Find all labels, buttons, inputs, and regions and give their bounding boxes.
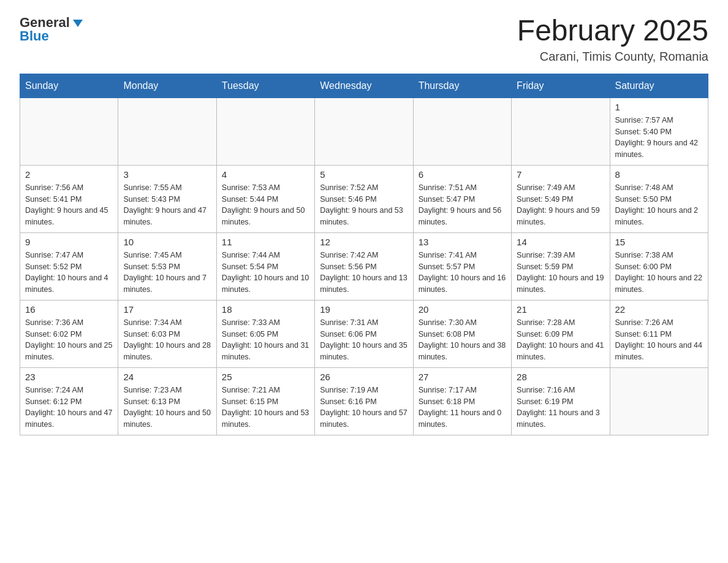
calendar-cell: 13Sunrise: 7:41 AM Sunset: 5:57 PM Dayli… <box>413 232 511 300</box>
calendar-cell <box>118 98 216 165</box>
day-info: Sunrise: 7:57 AM Sunset: 5:40 PM Dayligh… <box>615 115 703 161</box>
day-info: Sunrise: 7:31 AM Sunset: 6:06 PM Dayligh… <box>320 317 408 363</box>
day-number: 16 <box>25 304 113 315</box>
day-info: Sunrise: 7:48 AM Sunset: 5:50 PM Dayligh… <box>615 182 703 228</box>
calendar-cell <box>315 98 413 165</box>
calendar-cell: 2Sunrise: 7:56 AM Sunset: 5:41 PM Daylig… <box>20 165 118 232</box>
calendar-cell: 26Sunrise: 7:19 AM Sunset: 6:16 PM Dayli… <box>315 367 413 435</box>
calendar-table: SundayMondayTuesdayWednesdayThursdayFrid… <box>20 74 708 435</box>
day-info: Sunrise: 7:30 AM Sunset: 6:08 PM Dayligh… <box>419 317 506 363</box>
day-number: 12 <box>320 237 408 247</box>
calendar-cell: 6Sunrise: 7:51 AM Sunset: 5:47 PM Daylig… <box>413 165 511 232</box>
calendar-cell: 15Sunrise: 7:38 AM Sunset: 6:00 PM Dayli… <box>610 232 708 300</box>
calendar-cell <box>610 367 708 435</box>
day-number: 6 <box>419 169 506 180</box>
calendar-cell: 3Sunrise: 7:55 AM Sunset: 5:43 PM Daylig… <box>118 165 216 232</box>
day-number: 19 <box>320 304 408 315</box>
day-info: Sunrise: 7:24 AM Sunset: 6:12 PM Dayligh… <box>25 385 113 431</box>
day-number: 4 <box>222 169 309 180</box>
day-number: 10 <box>123 237 211 247</box>
weekday-header-thursday: Thursday <box>413 74 511 98</box>
weekday-header-friday: Friday <box>512 74 610 98</box>
weekday-header-sunday: Sunday <box>20 74 118 98</box>
day-number: 23 <box>25 372 113 382</box>
calendar-cell: 20Sunrise: 7:30 AM Sunset: 6:08 PM Dayli… <box>413 300 511 367</box>
day-number: 5 <box>320 169 408 180</box>
day-number: 1 <box>615 102 703 112</box>
calendar-cell <box>413 98 511 165</box>
day-info: Sunrise: 7:47 AM Sunset: 5:52 PM Dayligh… <box>25 250 113 296</box>
calendar-week-row: 16Sunrise: 7:36 AM Sunset: 6:02 PM Dayli… <box>20 300 708 367</box>
day-info: Sunrise: 7:34 AM Sunset: 6:03 PM Dayligh… <box>123 317 211 363</box>
day-info: Sunrise: 7:45 AM Sunset: 5:53 PM Dayligh… <box>123 250 211 296</box>
calendar-cell: 28Sunrise: 7:16 AM Sunset: 6:19 PM Dayli… <box>512 367 610 435</box>
calendar-cell: 17Sunrise: 7:34 AM Sunset: 6:03 PM Dayli… <box>118 300 216 367</box>
day-info: Sunrise: 7:39 AM Sunset: 5:59 PM Dayligh… <box>517 250 604 296</box>
calendar-cell: 24Sunrise: 7:23 AM Sunset: 6:13 PM Dayli… <box>118 367 216 435</box>
logo-arrow-icon <box>72 17 84 29</box>
day-number: 9 <box>25 237 113 247</box>
weekday-header-wednesday: Wednesday <box>315 74 413 98</box>
day-info: Sunrise: 7:21 AM Sunset: 6:15 PM Dayligh… <box>222 385 309 431</box>
location-title: Carani, Timis County, Romania <box>517 50 708 64</box>
calendar-cell: 7Sunrise: 7:49 AM Sunset: 5:49 PM Daylig… <box>512 165 610 232</box>
day-info: Sunrise: 7:36 AM Sunset: 6:02 PM Dayligh… <box>25 317 113 363</box>
day-info: Sunrise: 7:16 AM Sunset: 6:19 PM Dayligh… <box>517 385 604 431</box>
calendar-cell: 18Sunrise: 7:33 AM Sunset: 6:05 PM Dayli… <box>216 300 314 367</box>
day-info: Sunrise: 7:19 AM Sunset: 6:16 PM Dayligh… <box>320 385 408 431</box>
logo: General Blue <box>20 15 84 44</box>
calendar-cell: 14Sunrise: 7:39 AM Sunset: 5:59 PM Dayli… <box>512 232 610 300</box>
calendar-cell: 22Sunrise: 7:26 AM Sunset: 6:11 PM Dayli… <box>610 300 708 367</box>
day-info: Sunrise: 7:44 AM Sunset: 5:54 PM Dayligh… <box>222 250 309 296</box>
day-number: 11 <box>222 237 309 247</box>
calendar-week-row: 1Sunrise: 7:57 AM Sunset: 5:40 PM Daylig… <box>20 98 708 165</box>
weekday-header-monday: Monday <box>118 74 216 98</box>
calendar-cell: 19Sunrise: 7:31 AM Sunset: 6:06 PM Dayli… <box>315 300 413 367</box>
day-info: Sunrise: 7:33 AM Sunset: 6:05 PM Dayligh… <box>222 317 309 363</box>
calendar-cell: 9Sunrise: 7:47 AM Sunset: 5:52 PM Daylig… <box>20 232 118 300</box>
weekday-header-saturday: Saturday <box>610 74 708 98</box>
day-info: Sunrise: 7:49 AM Sunset: 5:49 PM Dayligh… <box>517 182 604 228</box>
day-number: 26 <box>320 372 408 382</box>
day-number: 15 <box>615 237 703 247</box>
svg-marker-0 <box>73 20 83 27</box>
day-number: 27 <box>419 372 506 382</box>
calendar-cell <box>512 98 610 165</box>
logo-blue: Blue <box>20 28 49 44</box>
calendar-cell: 12Sunrise: 7:42 AM Sunset: 5:56 PM Dayli… <box>315 232 413 300</box>
calendar-cell: 1Sunrise: 7:57 AM Sunset: 5:40 PM Daylig… <box>610 98 708 165</box>
calendar-week-row: 9Sunrise: 7:47 AM Sunset: 5:52 PM Daylig… <box>20 232 708 300</box>
weekday-header-tuesday: Tuesday <box>216 74 314 98</box>
calendar-cell: 10Sunrise: 7:45 AM Sunset: 5:53 PM Dayli… <box>118 232 216 300</box>
day-info: Sunrise: 7:38 AM Sunset: 6:00 PM Dayligh… <box>615 250 703 296</box>
day-info: Sunrise: 7:28 AM Sunset: 6:09 PM Dayligh… <box>517 317 604 363</box>
day-number: 14 <box>517 237 604 247</box>
calendar-cell: 25Sunrise: 7:21 AM Sunset: 6:15 PM Dayli… <box>216 367 314 435</box>
day-number: 17 <box>123 304 211 315</box>
calendar-cell: 11Sunrise: 7:44 AM Sunset: 5:54 PM Dayli… <box>216 232 314 300</box>
day-info: Sunrise: 7:23 AM Sunset: 6:13 PM Dayligh… <box>123 385 211 431</box>
calendar-cell: 5Sunrise: 7:52 AM Sunset: 5:46 PM Daylig… <box>315 165 413 232</box>
page-header: General Blue February 2025 Carani, Timis… <box>20 15 708 64</box>
day-info: Sunrise: 7:56 AM Sunset: 5:41 PM Dayligh… <box>25 182 113 228</box>
day-number: 24 <box>123 372 211 382</box>
month-title: February 2025 <box>517 15 708 47</box>
calendar-header-row: SundayMondayTuesdayWednesdayThursdayFrid… <box>20 74 708 98</box>
day-number: 21 <box>517 304 604 315</box>
day-info: Sunrise: 7:55 AM Sunset: 5:43 PM Dayligh… <box>123 182 211 228</box>
title-area: February 2025 Carani, Timis County, Roma… <box>517 15 708 64</box>
day-number: 2 <box>25 169 113 180</box>
day-info: Sunrise: 7:53 AM Sunset: 5:44 PM Dayligh… <box>222 182 309 228</box>
day-number: 18 <box>222 304 309 315</box>
day-info: Sunrise: 7:51 AM Sunset: 5:47 PM Dayligh… <box>419 182 506 228</box>
day-number: 8 <box>615 169 703 180</box>
calendar-week-row: 2Sunrise: 7:56 AM Sunset: 5:41 PM Daylig… <box>20 165 708 232</box>
day-number: 28 <box>517 372 604 382</box>
day-number: 20 <box>419 304 506 315</box>
day-info: Sunrise: 7:52 AM Sunset: 5:46 PM Dayligh… <box>320 182 408 228</box>
calendar-cell: 27Sunrise: 7:17 AM Sunset: 6:18 PM Dayli… <box>413 367 511 435</box>
calendar-week-row: 23Sunrise: 7:24 AM Sunset: 6:12 PM Dayli… <box>20 367 708 435</box>
calendar-cell: 16Sunrise: 7:36 AM Sunset: 6:02 PM Dayli… <box>20 300 118 367</box>
day-number: 13 <box>419 237 506 247</box>
day-info: Sunrise: 7:42 AM Sunset: 5:56 PM Dayligh… <box>320 250 408 296</box>
